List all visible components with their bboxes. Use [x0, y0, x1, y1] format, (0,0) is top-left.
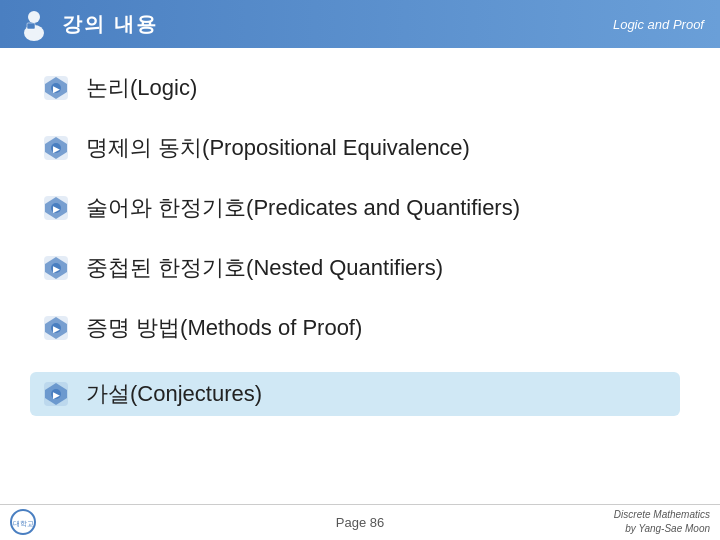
- list-item: ▶ 가설(Conjectures): [30, 372, 680, 416]
- item-text: 증명 방법(Methods of Proof): [86, 313, 362, 343]
- item-text: 명제의 동치(Propositional Equivalence): [86, 133, 470, 163]
- bullet-icon: ▶: [40, 378, 72, 410]
- item-text: 논리(Logic): [86, 73, 197, 103]
- content-area: ▶ 논리(Logic) ▶ 명제의 동치(Propositional Equiv…: [0, 48, 720, 446]
- list-item: ▶ 논리(Logic): [40, 72, 680, 104]
- list-item: ▶ 증명 방법(Methods of Proof): [40, 312, 680, 344]
- svg-text:▶: ▶: [53, 204, 60, 214]
- header: 강의 내용 Logic and Proof: [0, 0, 720, 48]
- list-item: ▶ 술어와 한정기호(Predicates and Quantifiers): [40, 192, 680, 224]
- footer-credit: Discrete Mathematics by Yang-Sae Moon: [614, 508, 710, 536]
- svg-text:▶: ▶: [53, 390, 60, 400]
- bullet-icon: ▶: [40, 72, 72, 104]
- svg-text:대학교: 대학교: [13, 520, 34, 528]
- list-item: ▶ 명제의 동치(Propositional Equivalence): [40, 132, 680, 164]
- footer: 대학교 Page 86 Discrete Mathematics by Yang…: [0, 504, 720, 540]
- bullet-icon: ▶: [40, 192, 72, 224]
- bullet-icon: ▶: [40, 252, 72, 284]
- header-subtitle: Logic and Proof: [613, 17, 704, 32]
- bullet-icon: ▶: [40, 312, 72, 344]
- footer-logo: 대학교: [10, 508, 70, 536]
- header-title: 강의 내용: [62, 11, 158, 38]
- list-item: ▶ 중첩된 한정기호(Nested Quantifiers): [40, 252, 680, 284]
- item-text: 중첩된 한정기호(Nested Quantifiers): [86, 253, 443, 283]
- svg-text:▶: ▶: [53, 84, 60, 94]
- svg-text:▶: ▶: [53, 264, 60, 274]
- svg-point-0: [28, 11, 40, 23]
- svg-rect-2: [27, 23, 35, 29]
- footer-page-label: Page 86: [0, 515, 720, 530]
- item-text: 술어와 한정기호(Predicates and Quantifiers): [86, 193, 520, 223]
- bullet-icon: ▶: [40, 132, 72, 164]
- svg-text:▶: ▶: [53, 324, 60, 334]
- item-text: 가설(Conjectures): [86, 379, 262, 409]
- svg-text:▶: ▶: [53, 144, 60, 154]
- header-icon: [16, 6, 52, 42]
